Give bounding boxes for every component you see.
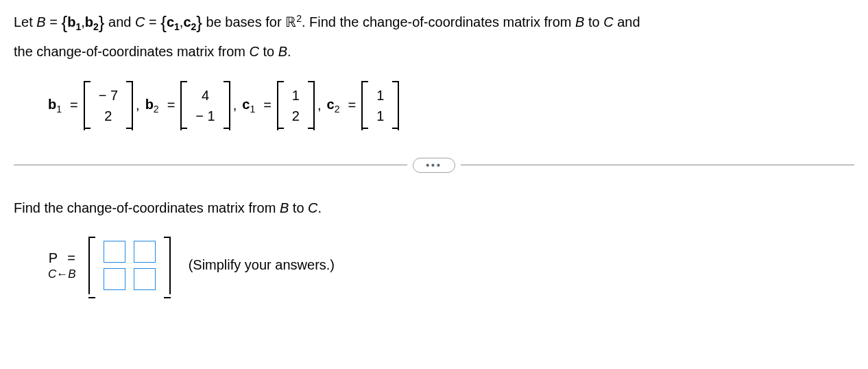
c2-r2: 1 <box>376 106 384 126</box>
divider-line <box>14 165 407 165</box>
comma: , <box>317 97 322 113</box>
var-B: B <box>575 14 584 29</box>
text: = <box>145 14 160 29</box>
b2-vector: 4 − 1 <box>179 81 231 130</box>
text: . <box>318 200 322 215</box>
c2-vector: 1 1 <box>360 81 400 130</box>
text: be bases for <box>202 14 285 29</box>
text: to <box>289 200 308 215</box>
brace-left: { <box>62 12 68 33</box>
simplify-hint: (Simplify your answers.) <box>189 257 335 273</box>
b1-r2: 2 <box>99 106 118 126</box>
var-B: B <box>278 44 287 59</box>
left-arrow-icon: ← <box>56 267 68 281</box>
b2-r1: 4 <box>195 85 215 106</box>
comma: , <box>233 97 237 113</box>
b2-r2: − 1 <box>195 106 215 126</box>
text: to <box>259 44 278 59</box>
real-symbol: ℝ <box>285 14 296 29</box>
var-C: C <box>308 200 317 215</box>
equals: = <box>70 97 78 113</box>
text: to <box>584 14 603 29</box>
section-divider: ••• <box>14 158 854 173</box>
text: . Find the change-of-coordinates matrix … <box>302 14 575 29</box>
var-C: C <box>250 44 259 59</box>
B-sub: B <box>68 267 75 281</box>
text: and <box>614 14 640 29</box>
equals: = <box>348 97 356 113</box>
var-B: B <box>36 14 45 29</box>
comma: , <box>136 97 140 113</box>
answer-matrix <box>87 237 172 294</box>
text: Let <box>14 14 36 29</box>
c2-label: c2 <box>327 97 340 115</box>
c2-sym: c2 <box>183 14 196 29</box>
problem-statement: Let B = {b1,b2} and C = {c1,c2} be bases… <box>14 7 854 64</box>
var-C: C <box>135 14 145 29</box>
more-dots-button[interactable]: ••• <box>413 158 455 173</box>
b1-sym: b1 <box>67 14 81 29</box>
b1-label: b1 <box>48 97 62 115</box>
c1-label: c1 <box>242 97 255 115</box>
equals: = <box>67 249 75 267</box>
vectors-row: b1 = − 7 2 , b2 = 4 − 1 , c1 = 1 2 , c2 … <box>48 81 854 130</box>
brace-right: } <box>196 12 202 33</box>
exponent: 2 <box>296 13 302 24</box>
b1-r1: − 7 <box>99 85 118 106</box>
b1-vector: − 7 2 <box>82 81 134 130</box>
C-sub: C <box>48 267 56 281</box>
divider-line <box>461 165 854 165</box>
answer-prompt: Find the change-of-coordinates matrix fr… <box>14 200 854 216</box>
matrix-input-12[interactable] <box>134 241 156 263</box>
equals: = <box>263 97 272 113</box>
text: . <box>287 44 291 59</box>
c1-r1: 1 <box>292 85 300 106</box>
P-symbol: P <box>49 249 58 267</box>
answer-section: Find the change-of-coordinates matrix fr… <box>14 200 854 294</box>
text: and <box>104 14 134 29</box>
text: = <box>46 14 62 29</box>
matrix-input-22[interactable] <box>134 268 156 290</box>
c2-r1: 1 <box>376 85 384 106</box>
b2-label: b2 <box>145 97 159 115</box>
var-B: B <box>280 200 289 215</box>
equals: = <box>167 97 176 113</box>
var-C: C <box>603 14 613 29</box>
answer-matrix-row: P = C←B (Simplify your answers.) <box>48 237 854 294</box>
brace-left: { <box>160 12 167 33</box>
matrix-input-21[interactable] <box>104 268 125 290</box>
text: Find the change-of-coordinates matrix fr… <box>14 200 280 215</box>
c1-r2: 2 <box>292 106 300 126</box>
c1-sym: c1 <box>167 14 180 29</box>
p-matrix-label: P = C←B <box>48 249 76 282</box>
c1-vector: 1 2 <box>276 81 316 130</box>
matrix-input-11[interactable] <box>104 241 125 263</box>
text: the change-of-coordinates matrix from <box>14 44 250 59</box>
b2-sym: b2 <box>85 14 99 29</box>
